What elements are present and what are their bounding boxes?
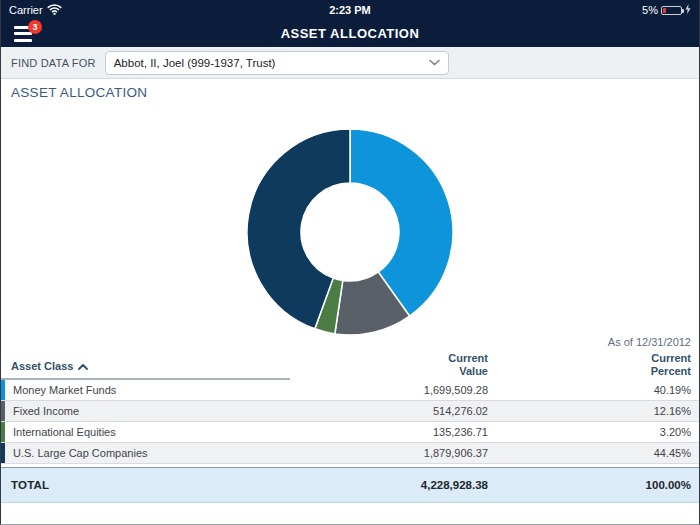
page-title: ASSET ALLOCATION	[1, 26, 699, 41]
account-dropdown[interactable]: Abbot, II, Joel (999-1937, Trust)	[105, 51, 449, 75]
row-asset-class: Money Market Funds	[1, 384, 290, 396]
total-label: TOTAL	[1, 479, 290, 491]
chevron-down-icon	[429, 59, 440, 66]
find-data-label: FIND DATA FOR	[11, 57, 96, 69]
row-asset-class: International Equities	[1, 426, 290, 438]
row-current-percent: 40.19%	[488, 384, 699, 396]
row-current-percent: 12.16%	[488, 405, 699, 417]
row-current-value: 135,236.71	[290, 426, 488, 438]
row-current-percent: 3.20%	[488, 426, 699, 438]
app-screen: Carrier 2:23 PM 5%	[0, 0, 700, 525]
table-row[interactable]: International Equities135,236.713.20%	[1, 422, 699, 443]
row-current-value: 1,699,509.28	[290, 384, 488, 396]
column-header-current-value[interactable]: Current Value	[290, 352, 488, 380]
table-header: Asset Class Current Value Current Percen…	[1, 350, 699, 380]
total-current-value: 4,228,928.38	[290, 479, 488, 491]
row-color-indicator	[1, 380, 5, 400]
total-current-percent: 100.00%	[488, 479, 699, 491]
sort-ascending-icon	[78, 360, 88, 372]
table-row[interactable]: Fixed Income514,276.0212.16%	[1, 401, 699, 422]
battery-icon	[661, 6, 682, 15]
table-body: Money Market Funds1,699,509.2840.19%Fixe…	[1, 380, 699, 464]
row-asset-class: Fixed Income	[1, 405, 290, 417]
row-color-indicator	[1, 443, 5, 463]
row-asset-class: U.S. Large Cap Companies	[1, 447, 290, 459]
table-row[interactable]: Money Market Funds1,699,509.2840.19%	[1, 380, 699, 401]
row-color-indicator	[1, 422, 5, 442]
asset-allocation-donut-chart	[240, 122, 460, 342]
find-data-bar: FIND DATA FOR Abbot, II, Joel (999-1937,…	[1, 47, 699, 79]
clock: 2:23 PM	[1, 4, 699, 16]
top-header: Carrier 2:23 PM 5%	[1, 0, 699, 47]
account-dropdown-value: Abbot, II, Joel (999-1937, Trust)	[114, 57, 276, 69]
nav-bar: ASSET ALLOCATION 3	[1, 20, 699, 47]
asset-class-header-label: Asset Class	[11, 360, 73, 372]
row-color-indicator	[1, 401, 5, 421]
status-bar: Carrier 2:23 PM 5%	[1, 0, 699, 20]
row-current-percent: 44.45%	[488, 447, 699, 459]
notification-badge: 3	[28, 20, 42, 34]
table-row[interactable]: U.S. Large Cap Companies1,879,906.3744.4…	[1, 443, 699, 464]
column-header-current-percent[interactable]: Current Percent	[488, 352, 699, 380]
charging-bolt-icon	[685, 4, 691, 16]
asset-allocation-table: Asset Class Current Value Current Percen…	[1, 350, 699, 503]
menu-button[interactable]: 3	[14, 26, 34, 42]
column-header-asset-class[interactable]: Asset Class	[1, 360, 290, 380]
row-current-value: 1,879,906.37	[290, 447, 488, 459]
battery-percent-label: 5%	[642, 4, 658, 16]
table-total-row: TOTAL 4,228,928.38 100.00%	[1, 467, 699, 503]
row-current-value: 514,276.02	[290, 405, 488, 417]
section-title: ASSET ALLOCATION	[11, 85, 699, 100]
